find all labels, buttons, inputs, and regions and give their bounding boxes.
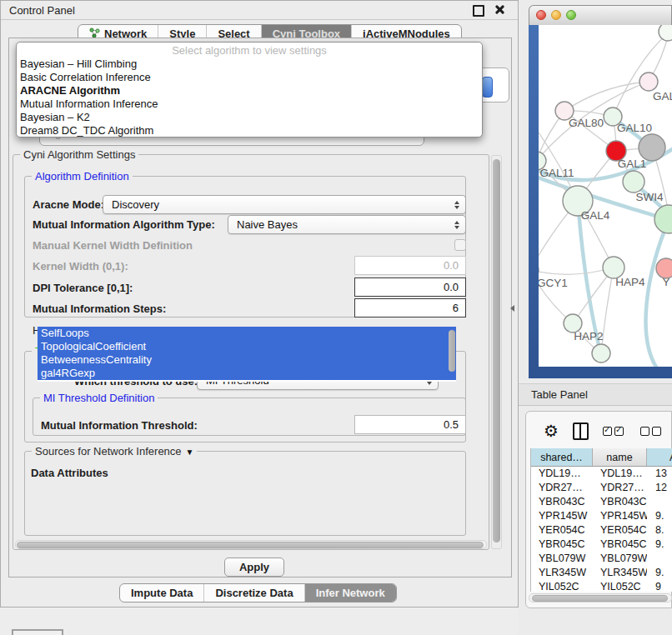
panel-collapse-handle[interactable]	[510, 305, 514, 312]
combobox-arrow-button[interactable]	[482, 77, 493, 98]
control-panel-titlebar: Control Panel	[1, 1, 518, 20]
tab-discretize-data[interactable]: Discretize Data	[204, 584, 304, 602]
table-row[interactable]: YDL19…YDL19…13	[531, 467, 672, 481]
window-close-icon[interactable]	[536, 10, 546, 20]
bottom-tab-bar: Impute DataDiscretize DataInfer Network	[119, 583, 397, 602]
table-cell: 8.	[647, 523, 672, 538]
network-edge[interactable]	[646, 218, 669, 367]
mi-threshold-title: MI Threshold Definition	[40, 392, 158, 404]
table-cell: YBR043C	[593, 495, 647, 509]
window-zoom-icon[interactable]	[566, 10, 576, 20]
mi-steps-label: Mutual Information Steps:	[33, 302, 166, 315]
settings-vertical-scrollbar[interactable]	[491, 155, 502, 549]
settings-horizontal-scrollbar[interactable]	[15, 540, 487, 549]
aracne-mode-label: Aracne Mode:	[33, 198, 104, 211]
table-body: YDL19…YDL19…13YDR27…YDR27…12YBR043CYBR04…	[531, 467, 672, 592]
table-cell: YLR345W	[531, 566, 593, 580]
mi-threshold-input[interactable]: 0.5	[354, 415, 466, 434]
table-cell: YPR145W	[593, 509, 647, 523]
float-window-icon[interactable]	[473, 5, 484, 17]
attribute-gal4rgexp[interactable]: gal4RGexp	[38, 367, 456, 380]
apply-button[interactable]: Apply	[224, 558, 284, 577]
algorithm-option-mutual-information-inference[interactable]: Mutual Information Inference	[17, 98, 482, 111]
tab-label: Impute Data	[131, 587, 193, 599]
algorithm-popup-list: Bayesian – Hill ClimbingBasic Correlatio…	[17, 58, 482, 138]
manual-kernel-checkbox[interactable]	[454, 239, 466, 251]
table-cell: 9	[647, 580, 672, 592]
close-icon[interactable]	[494, 4, 504, 14]
table-cell: YDR27…	[593, 481, 647, 495]
attribute-topologicalcoefficient[interactable]: TopologicalCoefficient	[38, 340, 456, 353]
tab-infer-network[interactable]: Infer Network	[305, 584, 396, 602]
table-cell: YBR043C	[531, 495, 593, 509]
window-minimize-icon[interactable]	[551, 10, 561, 20]
network-node-node-pink[interactable]	[639, 72, 658, 91]
data-attributes-list: SelfLoopsTopologicalCoefficientBetweenne…	[38, 327, 456, 382]
stepper-arrows-icon	[454, 221, 459, 229]
aracne-mode-select[interactable]: Discovery	[103, 195, 466, 214]
data-attributes-label: Data Attributes	[31, 467, 108, 479]
table-cell: YDR27…	[531, 481, 593, 495]
algorithm-popup-placeholder: Select algorithm to view settings	[17, 44, 482, 58]
table-row[interactable]: YIL052CYIL052C9	[531, 580, 672, 592]
table-cell	[647, 495, 672, 509]
dpi-tolerance-label: DPI Tolerance [0,1]:	[33, 282, 133, 294]
network-edge[interactable]	[564, 82, 649, 111]
table-row[interactable]: YLR345WYLR345W9.	[531, 566, 672, 580]
algorithm-select-popup: Select algorithm to view settings Bayesi…	[16, 42, 483, 138]
algorithm-option-aracne-algorithm[interactable]: ARACNE Algorithm	[17, 84, 482, 98]
table-cell: YBR045C	[593, 538, 647, 552]
table-row[interactable]: YBR043CYBR043C	[531, 495, 672, 509]
column-header-name[interactable]: name	[593, 448, 647, 466]
table-cell: YPR145W	[531, 509, 593, 523]
tab-impute-data[interactable]: Impute Data	[120, 584, 204, 602]
split-columns-icon[interactable]	[573, 422, 589, 440]
mi-type-label: Mutual Information Algorithm Type:	[33, 218, 215, 231]
minimized-panel-fragment[interactable]	[12, 629, 63, 635]
kernel-width-input[interactable]: 0.0	[354, 256, 466, 275]
table-row[interactable]: YPR145WYPR145W9.	[531, 509, 672, 523]
network-window-titlebar[interactable]	[529, 5, 672, 25]
sources-group-title[interactable]: Sources for Network Inference	[32, 445, 197, 458]
algorithm-option-dream8-dc-tdc-algorithm[interactable]: Dream8 DC_TDC Algorithm	[17, 124, 482, 138]
gear-icon[interactable]	[544, 422, 559, 440]
network-node-node-green[interactable]	[654, 205, 672, 233]
table-row[interactable]: YBL079WYBL079W	[531, 552, 672, 566]
control-panel-title: Control Panel	[9, 4, 75, 17]
column-header-shared[interactable]: shared…	[531, 448, 593, 466]
table-row[interactable]: YBR045CYBR045C9.	[531, 538, 672, 552]
network-node-node-bottom[interactable]	[592, 344, 610, 362]
sources-group: Sources for Network Inference	[24, 451, 466, 536]
attributes-scrollbar[interactable]	[448, 328, 456, 380]
network-node-swi4[interactable]	[623, 171, 644, 192]
algorithm-option-basic-correlation-inference[interactable]: Basic Correlation Inference	[17, 71, 482, 84]
settings-group-title: Cyni Algorithm Settings	[20, 148, 138, 161]
table-row[interactable]: YDR27…YDR27…12	[531, 481, 672, 495]
algorithm-option-bayesian-k2[interactable]: Bayesian – K2	[17, 111, 482, 124]
mi-algorithm-type-select[interactable]: Naive Bayes	[228, 215, 466, 234]
attribute-selfloops[interactable]: SelfLoops	[38, 327, 456, 340]
table-cell	[647, 552, 672, 566]
node-table: shared…nameA YDL19…YDL19…13YDR27…YDR27…1…	[530, 448, 672, 592]
network-node-node-top[interactable]	[659, 25, 672, 41]
table-row[interactable]: YER054CYER054C8.	[531, 523, 672, 538]
table-cell: YLR345W	[593, 566, 647, 580]
table-horizontal-scrollbar[interactable]	[529, 593, 672, 602]
network-edge[interactable]	[613, 32, 669, 117]
dpi-tolerance-input[interactable]: 0.0	[354, 278, 466, 297]
deselect-all-columns-icon[interactable]	[640, 427, 664, 436]
network-canvas[interactable]: GALGAL80GAL10GAL1GAL11SWI4GAL4GCY1HAP4YH…	[539, 25, 672, 367]
tab-label: Discretize Data	[215, 587, 293, 599]
select-all-columns-icon[interactable]	[603, 427, 626, 436]
mi-type-value: Naive Bayes	[237, 218, 298, 231]
table-cell: YER054C	[593, 523, 647, 538]
column-header-a[interactable]: A	[647, 448, 672, 466]
table-panel-title: Table Panel	[531, 388, 588, 401]
tab-label: Infer Network	[316, 587, 385, 599]
algorithm-option-bayesian-hill-climbing[interactable]: Bayesian – Hill Climbing	[17, 58, 482, 71]
attribute-betweennesscentrality[interactable]: BetweennessCentrality	[38, 353, 456, 367]
mi-steps-input[interactable]: 6	[354, 298, 466, 318]
node-label-swi4: SWI4	[635, 191, 663, 203]
node-label-y: Y	[662, 276, 669, 288]
stepper-arrows-icon	[454, 201, 459, 209]
